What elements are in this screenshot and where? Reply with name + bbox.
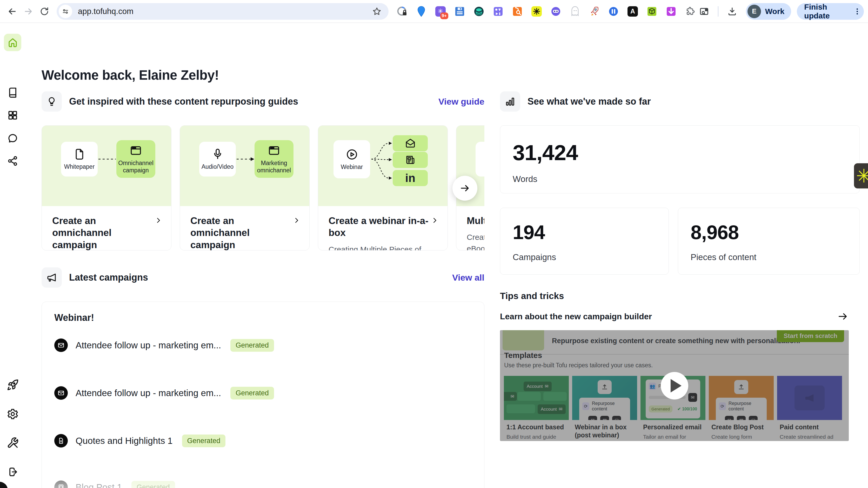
sidebar-item-home[interactable] [4, 34, 21, 51]
chevron-right-icon[interactable] [155, 217, 162, 224]
guide-card-audio-video[interactable]: Audio/Video Marketing omnichannel Create… [180, 125, 310, 251]
play-button[interactable] [661, 372, 688, 399]
main-content: Welcome back, Elaine Zelby! Get inspired… [25, 23, 868, 488]
guide-card-title: Create a webinar in-a-box [329, 215, 438, 239]
ext-letter-a-icon[interactable]: A [627, 6, 639, 17]
pieces-value: 8,968 [691, 221, 847, 243]
campaign-item[interactable]: Attendee follow up - marketing em... Gen… [54, 383, 274, 402]
linkedin-icon: in [405, 172, 415, 184]
ext-asterisk-icon[interactable]: ✳ [531, 6, 542, 17]
screen: app.tofuhq.com ✳ 9+ [0, 0, 868, 488]
logout-icon [7, 466, 19, 478]
url-text[interactable]: app.tofuhq.com [78, 7, 133, 16]
guide-card-whitepaper[interactable]: Whitepaper Omnichannel campaign Create a… [41, 125, 172, 251]
campaigns-title: Latest campaigns [69, 272, 148, 283]
url-bar[interactable]: app.tofuhq.com [57, 3, 389, 20]
assistant-widget-tab[interactable]: ✳ [854, 163, 868, 189]
view-guide-link[interactable]: View guide [438, 97, 485, 107]
sidebar-item-logout[interactable] [0, 466, 25, 478]
node-marketing-omnichannel: Marketing omnichannel [254, 140, 293, 178]
guide-card-webinar[interactable]: Webinar in [318, 125, 448, 251]
sidebar-item-library[interactable] [0, 87, 25, 98]
sidebar-item-tools[interactable] [0, 437, 25, 449]
tutorial-video-thumbnail[interactable]: Repurpose existing content or create som… [500, 330, 849, 441]
words-stat-card: 31,424 Words [500, 125, 860, 193]
arrow-right-icon [459, 183, 471, 194]
node-label: Whitepaper [64, 163, 95, 170]
chevron-right-icon[interactable] [293, 217, 301, 224]
view-all-link[interactable]: View all [452, 272, 485, 283]
share-icon [7, 155, 19, 167]
sidebar-item-share[interactable] [0, 155, 25, 167]
browser-window-icon [268, 144, 280, 157]
sidebar-item-chat[interactable] [0, 133, 25, 144]
profile-chip[interactable]: E Work [746, 3, 791, 20]
ext-hubspot-icon[interactable] [512, 6, 523, 17]
pieces-stat-card: 8,968 Pieces of content [678, 208, 860, 274]
email-circle-icon [54, 386, 68, 400]
node-label: Marketing omnichannel [254, 160, 293, 174]
sidebar-item-settings[interactable] [0, 408, 25, 420]
campaign-item[interactable]: Quotes and Highlights 1 Generated [54, 431, 225, 450]
status-badge: Generated [230, 387, 274, 399]
finish-update-button[interactable]: Finish update [797, 3, 864, 20]
carousel-next-button[interactable] [453, 176, 477, 201]
document-circle-icon [54, 434, 68, 448]
node-source [475, 142, 485, 176]
extensions-puzzle-icon[interactable] [685, 6, 696, 17]
ext-media-icon[interactable] [492, 6, 504, 17]
bar-chart-icon [500, 91, 520, 111]
ext-goggles-icon[interactable] [550, 6, 561, 17]
forward-button[interactable] [20, 3, 36, 20]
arrow-right-icon [837, 311, 849, 322]
back-button[interactable] [4, 3, 20, 20]
campaigns-card: Webinar! Attendee follow up - marketing … [41, 302, 485, 488]
rocket-icon [7, 379, 19, 391]
reload-icon [39, 6, 49, 17]
sidebar-item-launch[interactable] [0, 379, 25, 391]
kebab-menu-icon[interactable] [853, 7, 861, 16]
chat-icon [7, 133, 19, 144]
ext-lock-icon[interactable] [396, 6, 408, 17]
node-whitepaper: Whitepaper [61, 142, 98, 176]
reload-button[interactable] [36, 3, 53, 20]
tools-icon [7, 437, 19, 449]
ext-ghost-icon[interactable] [569, 6, 581, 17]
ext-pause-icon[interactable] [608, 6, 619, 17]
ext-floppy-icon[interactable] [454, 6, 465, 17]
campaigns-label: Campaigns [513, 252, 656, 262]
campaign-item-label: Attendee follow up - marketing em... [75, 340, 221, 351]
guide-card-desc: Create eBook [467, 232, 485, 251]
play-circle-icon [345, 148, 359, 161]
guide-card-title: Multi [467, 215, 485, 227]
node-label: Audio/Video [202, 163, 234, 170]
guide-card-title: Create an omnichannel campaign [52, 215, 154, 251]
downloads-button[interactable] [724, 3, 740, 20]
news-icon [405, 154, 416, 166]
grid-icon [7, 109, 19, 121]
ext-layers-icon[interactable] [473, 6, 485, 17]
stats-header: See what we've made so far [500, 91, 860, 111]
site-settings-icon[interactable] [59, 5, 72, 18]
campaign-item[interactable]: Blog Post 1 Generated [54, 478, 175, 488]
megaphone-icon [41, 267, 62, 288]
stats-title: See what we've made so far [527, 96, 651, 107]
side-panel-button[interactable] [696, 3, 712, 20]
tips-title: Tips and tricks [500, 291, 564, 301]
ext-package-icon[interactable] [646, 6, 658, 17]
words-label: Words [513, 174, 847, 184]
toolbar-divider [718, 6, 718, 17]
campaign-item[interactable]: Attendee follow up - marketing em... Gen… [54, 336, 274, 355]
ext-map-pin-icon[interactable] [415, 6, 427, 17]
sidebar-item-apps[interactable] [0, 109, 25, 121]
ext-rocket-icon[interactable] [589, 6, 600, 17]
words-value: 31,424 [513, 140, 847, 165]
forward-icon [23, 6, 33, 17]
node-email [393, 135, 428, 151]
bookmark-star-icon[interactable] [372, 6, 382, 17]
ext-arrow-down-icon[interactable] [665, 6, 677, 17]
campaign-item-label: Blog Post 1 [75, 482, 122, 488]
learn-campaign-builder-link[interactable]: Learn about the new campaign builder [500, 311, 849, 322]
ext-spark-badge-icon[interactable]: ✳ 9+ [435, 6, 446, 17]
chevron-right-icon[interactable] [431, 217, 439, 224]
